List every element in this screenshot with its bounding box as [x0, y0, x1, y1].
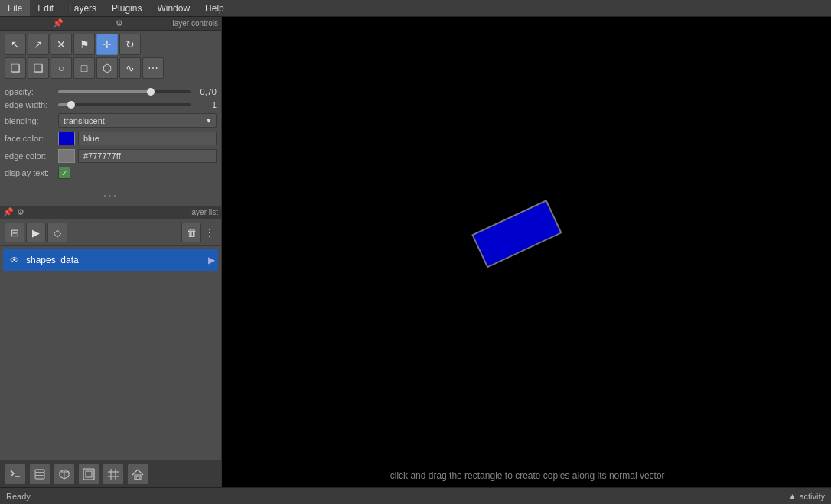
layer-controls-label: layer controls — [173, 19, 218, 28]
svg-rect-14 — [136, 476, 139, 480]
pin-icon[interactable]: 📌 — [53, 18, 64, 28]
blending-dropdown[interactable]: translucent ▾ — [58, 113, 217, 128]
toolbar-area: ↖ ↗ ✕ ⚑ ✛ ↻ ❏ ❑ ○ □ ⬡ ∿ ⋯ — [0, 31, 221, 84]
opacity-value: 0,70 — [194, 87, 217, 96]
menubar: File Edit Layers Plugins Window Help — [0, 0, 831, 17]
layer-list-items: 👁 shapes_data ▶ — [0, 246, 221, 460]
edge-width-slider-container: 1 — [58, 100, 217, 109]
opacity-slider-container: 0,70 — [58, 87, 217, 96]
svg-rect-3 — [35, 476, 44, 479]
layer-item-shapes-data[interactable]: 👁 shapes_data ▶ — [3, 249, 218, 271]
main-canvas[interactable] — [222, 17, 831, 487]
circle-tool[interactable]: ○ — [51, 57, 72, 79]
blending-value: translucent — [64, 116, 105, 125]
blending-label: blending: — [5, 116, 58, 125]
arrow-in-tool[interactable]: ↗ — [28, 34, 49, 55]
face-color-label: face color: — [5, 134, 58, 143]
snap-icon[interactable]: ⚙ — [116, 18, 123, 28]
edge-width-label: edge width: — [5, 100, 58, 109]
menu-file[interactable]: File — [0, 0, 30, 16]
edge-width-row: edge width: 1 — [5, 100, 217, 109]
menu-window[interactable]: Window — [149, 0, 197, 16]
activity-button[interactable]: ▲ activity — [788, 492, 825, 501]
node-tool[interactable]: ⋯ — [142, 57, 164, 79]
rect-tool[interactable]: □ — [73, 57, 95, 79]
edge-color-row: edge color: #777777ff — [5, 149, 217, 163]
dots-separator: ··· — [0, 186, 221, 206]
arrow-up-icon: ▲ — [788, 492, 796, 500]
display-text-row: display text: ✓ — [5, 167, 217, 179]
svg-rect-8 — [86, 471, 92, 477]
bottom-toolbar — [0, 460, 221, 487]
frame-button[interactable] — [78, 463, 99, 485]
menu-help[interactable]: Help — [197, 0, 232, 16]
rotate-tool[interactable]: ↻ — [119, 34, 141, 55]
svg-rect-13 — [135, 475, 141, 480]
spline-tool[interactable]: ∿ — [119, 57, 141, 79]
layer-list-label: layer list — [190, 208, 218, 216]
grid-button[interactable] — [103, 463, 124, 485]
hint-text: 'click and drag the rectangle to create … — [388, 470, 664, 481]
edge-color-label: edge color: — [5, 151, 58, 161]
canvas-shape[interactable] — [473, 200, 562, 267]
layer-list-header: 📌 ⚙ layer list — [0, 206, 221, 219]
main-area: 📌 ⚙ layer controls ↖ ↗ ✕ ⚑ ✛ ↻ ❏ ❑ ○ □ ⬡… — [0, 17, 831, 487]
flag-tool[interactable]: ⚑ — [73, 34, 95, 55]
opacity-slider[interactable] — [58, 90, 191, 93]
layer-list-snap-icon[interactable]: ⚙ — [17, 207, 24, 217]
more-options-button[interactable]: ⋮ — [203, 223, 217, 242]
left-panel: 📌 ⚙ layer controls ↖ ↗ ✕ ⚑ ✛ ↻ ❏ ❑ ○ □ ⬡… — [0, 17, 222, 487]
menu-edit[interactable]: Edit — [30, 0, 61, 16]
blending-row: blending: translucent ▾ — [5, 113, 217, 128]
face-color-row: face color: blue — [5, 132, 217, 145]
opacity-label: opacity: — [5, 87, 58, 96]
svg-rect-2 — [35, 473, 44, 476]
edge-width-value: 1 — [194, 100, 217, 109]
layers-button[interactable] — [29, 463, 51, 485]
toolbar-row-2: ❏ ❑ ○ □ ⬡ ∿ ⋯ — [5, 57, 217, 79]
ungroup-tool[interactable]: ❑ — [28, 57, 49, 79]
group-tool[interactable]: ❏ — [5, 57, 26, 79]
pointer-tool-button[interactable]: ▶ — [26, 223, 46, 242]
select-all-button[interactable]: ⊞ — [5, 223, 24, 242]
layer-list-pin-icon[interactable]: 📌 — [3, 207, 14, 217]
svg-rect-1 — [35, 470, 44, 473]
status-text: Ready — [6, 492, 31, 501]
menu-plugins[interactable]: Plugins — [104, 0, 149, 16]
layer-type-icon: ▶ — [208, 255, 215, 265]
shape-tool-button[interactable]: ◇ — [47, 223, 67, 242]
layer-list-toolbar: ⊞ ▶ ◇ 🗑 ⋮ — [0, 219, 221, 246]
properties-area: opacity: 0,70 edge width: 1 — [0, 84, 221, 186]
face-color-swatch[interactable] — [58, 132, 75, 145]
display-text-label: display text: — [5, 168, 58, 177]
display-text-checkbox[interactable]: ✓ — [58, 167, 70, 179]
menu-layers[interactable]: Layers — [61, 0, 104, 16]
activity-label: activity — [799, 492, 825, 501]
home-button[interactable] — [127, 463, 148, 485]
face-color-text[interactable]: blue — [78, 132, 217, 145]
close-tool[interactable]: ✕ — [51, 34, 72, 55]
edge-color-swatch[interactable] — [58, 149, 75, 163]
edge-width-slider[interactable] — [58, 103, 191, 106]
statusbar: Ready ▲ activity — [0, 487, 831, 504]
canvas-area[interactable]: 'click and drag the rectangle to create … — [222, 17, 831, 487]
dropdown-arrow-icon: ▾ — [207, 115, 211, 125]
delete-layer-button[interactable]: 🗑 — [181, 223, 201, 242]
3d-button[interactable] — [54, 463, 75, 485]
opacity-row: opacity: 0,70 — [5, 87, 217, 96]
console-button[interactable] — [5, 463, 26, 485]
visibility-toggle[interactable]: 👁 — [6, 252, 23, 268]
poly-tool[interactable]: ⬡ — [96, 57, 118, 79]
svg-rect-7 — [83, 469, 94, 480]
layer-controls-header: 📌 ⚙ layer controls — [0, 17, 221, 31]
layer-name: shapes_data — [26, 255, 205, 265]
arrow-out-tool[interactable]: ↖ — [5, 34, 26, 55]
move-tool[interactable]: ✛ — [96, 34, 118, 55]
toolbar-row-1: ↖ ↗ ✕ ⚑ ✛ ↻ — [5, 34, 217, 55]
edge-color-text[interactable]: #777777ff — [78, 149, 217, 163]
